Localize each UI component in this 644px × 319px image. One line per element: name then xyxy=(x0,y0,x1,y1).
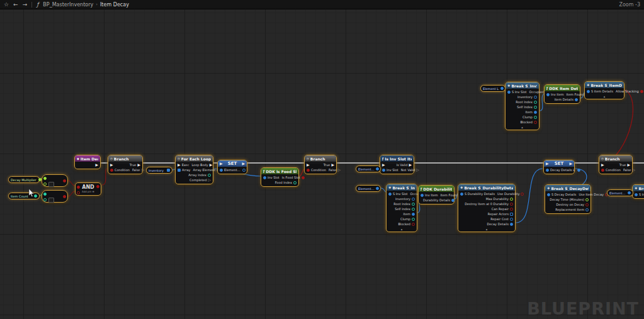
true-pin[interactable]: ▶ xyxy=(331,163,334,167)
condition-pin[interactable] xyxy=(307,169,310,172)
not-valid-pin[interactable]: ▷ xyxy=(416,168,419,172)
expand-advanced-icon[interactable]: ▴ xyxy=(387,228,417,232)
forward-arrow-icon[interactable]: → xyxy=(23,2,28,8)
node-branch-1[interactable]: ◇Branch▶True▶ConditionFalse▷ xyxy=(108,155,143,174)
int-pin[interactable] xyxy=(43,198,47,201)
exec-in-pin[interactable]: ▶ xyxy=(546,162,549,165)
bool-pin[interactable] xyxy=(63,179,66,182)
default-value-box[interactable] xyxy=(48,198,54,203)
variable-pill-var-item-count[interactable]: Item Count xyxy=(8,193,40,199)
destroy-on-decay-pin[interactable] xyxy=(585,203,589,206)
variable-pill-var-element-1[interactable]: Element... xyxy=(356,165,381,172)
breadcrumb-graph-name[interactable]: Item Decay xyxy=(100,2,129,8)
condition-pin[interactable] xyxy=(601,169,604,172)
variable-pill-var-element-l[interactable]: Element L xyxy=(480,85,506,92)
repair-actors-pin[interactable] xyxy=(510,213,513,216)
decay-multiplier-pin[interactable] xyxy=(38,178,42,181)
node-and-gate[interactable]: ANDAdd pin ⊕ xyxy=(75,182,101,196)
inventory-pin[interactable] xyxy=(534,96,537,99)
exec-pin[interactable]: ▶ xyxy=(178,163,181,167)
exec-out-pin[interactable]: ▶ xyxy=(569,162,572,165)
exec-pin[interactable]: ▶ xyxy=(95,163,98,167)
true-pin[interactable]: ▶ xyxy=(627,163,630,167)
completed-pin[interactable]: ▷ xyxy=(208,178,211,182)
decay-details-pin[interactable] xyxy=(510,223,513,226)
inventory-pin[interactable] xyxy=(412,198,415,201)
node-compare-item-count[interactable] xyxy=(42,190,68,203)
inv-slot-pin[interactable] xyxy=(382,169,385,172)
durability-details-pin[interactable] xyxy=(451,199,455,202)
can-repair-pin[interactable] xyxy=(510,208,513,211)
default-value-box[interactable] xyxy=(48,182,54,187)
inventory-pin[interactable] xyxy=(167,169,170,172)
false-pin[interactable]: ▷ xyxy=(337,168,341,172)
node-break-s-durabilitydetails[interactable]: ❖Break S_DurabilityDetailsS Durability D… xyxy=(458,184,516,232)
true-pin[interactable]: ▶ xyxy=(137,163,140,167)
element-pin[interactable] xyxy=(376,187,379,190)
node-break-s-invslot-edge[interactable]: ❖Break S_InvSlotS Inv Slot xyxy=(632,184,644,199)
false-pin[interactable]: ▷ xyxy=(141,168,144,172)
exec-pin[interactable]: ▶ xyxy=(382,163,385,167)
inv-item-pin[interactable] xyxy=(546,93,550,96)
variable-pill-var-element-2[interactable]: Element... xyxy=(356,185,381,192)
node-ddk-item-details[interactable]: ƒDDK Item DetailsInv ItemItem FoundItem … xyxy=(544,84,580,104)
exec-pin[interactable]: ▶ xyxy=(307,163,310,167)
food-index-pin[interactable] xyxy=(293,181,297,184)
item-pin[interactable] xyxy=(412,213,415,216)
condition-pin[interactable] xyxy=(110,169,113,172)
s-inv-slot-pin[interactable] xyxy=(507,91,511,94)
root-index-pin[interactable] xyxy=(534,101,537,104)
inv-item-pin[interactable] xyxy=(421,194,424,197)
element-l-pin[interactable] xyxy=(500,87,504,90)
expand-advanced-icon[interactable]: ▴ xyxy=(458,228,515,232)
s-inv-slot-pin[interactable] xyxy=(388,193,392,196)
node-event-item-decay[interactable]: ◆Item Decay▶ xyxy=(74,155,101,169)
s-durability-details-pin[interactable] xyxy=(460,193,463,196)
breadcrumb-blueprint-name[interactable]: BP_MasterInventory xyxy=(43,2,93,8)
node-break-s-decaydetails[interactable]: ❖Break S_DecayDetailsS Decay DetailsUse … xyxy=(545,184,591,214)
node-branch-2[interactable]: ◇Branch▶True▶ConditionFalse▷ xyxy=(304,155,337,174)
int-pin[interactable] xyxy=(43,193,47,196)
node-break-s-invslot-lower[interactable]: ❖Break S_InvSlotS Inv SlotOccupiedInvent… xyxy=(386,184,417,232)
use-durability-pin[interactable] xyxy=(521,193,524,196)
root-index-pin[interactable] xyxy=(412,203,415,206)
max-durability-pin[interactable] xyxy=(510,198,513,201)
inv-slot-pin[interactable] xyxy=(263,176,266,179)
node-compare-decay-multiplier[interactable] xyxy=(42,174,68,187)
node-break-s-invslot-top[interactable]: ❖Break S_InvSlotS Inv SlotOccupiedInvent… xyxy=(505,82,539,130)
blocked-pin[interactable] xyxy=(534,121,537,124)
obj-pin[interactable] xyxy=(242,169,246,172)
self-index-pin[interactable] xyxy=(412,208,415,211)
item-count-pin[interactable] xyxy=(34,194,37,198)
s-item-details-pin[interactable] xyxy=(587,90,590,93)
node-set-element[interactable]: ▶SET▶Element... xyxy=(217,160,247,174)
exec-pin[interactable]: ▶ xyxy=(601,163,604,167)
repair-cost-pin[interactable] xyxy=(510,218,513,221)
variable-pill-var-decay-multiplier[interactable]: Decay Multiplier xyxy=(8,176,40,183)
node-ddk-durability-details[interactable]: ƒDDK Durability DetailsInv ItemItem Foun… xyxy=(418,185,455,204)
is-food-slot-pin[interactable] xyxy=(302,176,305,179)
favorite-star-icon[interactable]: ☆ xyxy=(4,2,9,8)
allow-stacking-pin[interactable] xyxy=(640,90,643,93)
back-arrow-icon[interactable]: ← xyxy=(13,2,18,8)
array-pin[interactable] xyxy=(178,169,181,172)
element-pin[interactable] xyxy=(376,167,379,171)
is-valid-pin[interactable]: ▶ xyxy=(409,163,412,167)
variable-pill-var-inventory[interactable]: Inventory xyxy=(146,167,172,174)
node-for-each-loop[interactable]: ◇For Each Loop▶ExecLoop Body▶ArrayArray … xyxy=(175,155,213,184)
false-pin[interactable]: ▷ xyxy=(632,168,635,172)
node-branch-3[interactable]: ◇Branch▶True▶ConditionFalse▷ xyxy=(599,155,633,174)
bool-pin[interactable] xyxy=(63,195,66,198)
bool-pin[interactable] xyxy=(77,186,80,189)
node-break-s-itemdetails[interactable]: ❖Break S_ItemDetailsS Item DetailsAllow … xyxy=(584,81,624,99)
exec-out-pin[interactable]: ▶ xyxy=(242,162,245,165)
decay-time-minutes-pin[interactable] xyxy=(585,198,589,201)
item-pin[interactable] xyxy=(534,111,537,114)
bool-pin[interactable] xyxy=(77,191,80,194)
node-set-decay-details[interactable]: ▶SET▶Decay Details L xyxy=(543,160,575,174)
float-pin[interactable] xyxy=(43,177,47,180)
s-inv-slot-pin[interactable] xyxy=(635,193,638,196)
array-index-pin[interactable] xyxy=(208,174,211,177)
replacement-item-pin[interactable] xyxy=(585,208,589,211)
element-pin[interactable] xyxy=(628,191,631,194)
